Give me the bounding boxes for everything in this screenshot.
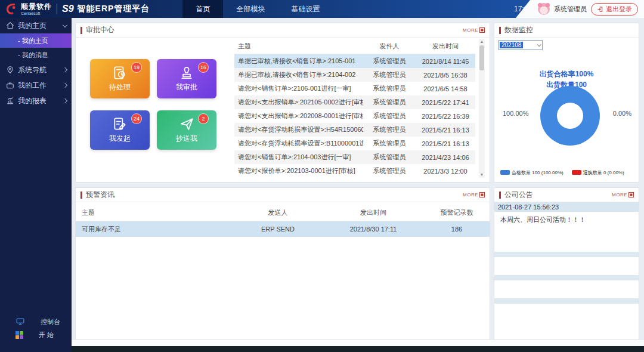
approval-more-button[interactable]: MORE xyxy=(463,27,485,33)
sidebar-item-system-nav[interactable]: 系统导航 xyxy=(0,62,72,78)
scroll-down-icon[interactable]: ▼ xyxy=(479,172,485,178)
table-row[interactable]: 请您对<销售订单>:2106-001进行[一审] 系统管理员 2021/6/5 … xyxy=(234,82,475,95)
table-row[interactable]: 单据已审核,请接收<销售订单>:2105-001 系统管理员 2021/8/14… xyxy=(234,54,475,68)
alerts-table: 主题 发送人 发出时间 预警记录数 可用库存不足 ERP SEND 2021/8… xyxy=(76,205,490,237)
donut-label-right: 0.00% xyxy=(613,110,631,117)
donut-chart: 100.00% 0.00% xyxy=(494,83,640,160)
tile-my-initiated[interactable]: 我发起 24 xyxy=(90,110,150,150)
swirl-logo-icon xyxy=(5,2,18,16)
scroll-up-icon[interactable]: ▲ xyxy=(479,39,485,45)
data-monitor-panel: 数据监控 202108 出货合格率100% 出货数量100 100.00% 0.… xyxy=(494,23,639,183)
pass-rate-text: 出货合格率100% xyxy=(494,69,639,79)
scrollbar[interactable]: ▲ ▼ xyxy=(479,39,485,178)
chevron-right-icon xyxy=(63,67,67,72)
tile-pending[interactable]: 待处理 19 xyxy=(90,59,150,98)
announcement-empty-item xyxy=(494,298,639,304)
tile-my-approvals[interactable]: 我审批 16 xyxy=(157,59,216,98)
badge-count: 24 xyxy=(132,114,141,123)
period-select[interactable]: 202108 xyxy=(499,40,543,50)
cell-time: 2021/6/5 14:58 xyxy=(416,85,475,92)
chevron-right-icon xyxy=(63,83,67,88)
logo-cn: 顺景软件 xyxy=(21,3,52,10)
sidebar-item-label: 我的主页 xyxy=(18,21,60,31)
period-select-value: 202108 xyxy=(500,42,523,48)
sidebar-subitem-label: 我的主页 xyxy=(18,37,48,44)
more-label: MORE xyxy=(612,192,627,197)
cell-time: 2021/5/21 16:13 xyxy=(416,140,475,147)
cell-record-count: 186 xyxy=(424,226,490,233)
cell-sender: 系统管理员 xyxy=(363,70,416,79)
alerts-more-button[interactable]: MORE xyxy=(463,192,485,197)
approval-table: 主题 发件人 发出时间 单据已审核,请接收<销售订单>:2105-001 系统管… xyxy=(234,39,475,178)
logout-label: 退出登录 xyxy=(606,5,632,14)
announcement-item[interactable]: 2021-08-27 15:56:23 本周六、周日公司活动！！！ xyxy=(494,202,639,230)
cell-subject: 单据已审核,请接收<销售订单>:2104-002 xyxy=(234,70,363,79)
cell-subject: 请您对<支出报销单>:202105-0002进行[审核] xyxy=(234,98,363,107)
scroll-thumb[interactable] xyxy=(479,45,484,70)
sidebar-item-label: 我的报表 xyxy=(18,96,60,106)
tile-cc-to-me[interactable]: 抄送我 2 xyxy=(157,110,216,150)
sidebar-item-my-reports[interactable]: 我的报表 xyxy=(0,93,72,109)
bottom-gap xyxy=(72,340,644,346)
sidebar-item-my-home[interactable]: 我的主页 xyxy=(0,18,72,33)
stamp-icon xyxy=(179,65,194,81)
table-row[interactable]: 请您对<支出报销单>:202008-0001进行[审核] 系统管理员 2021/… xyxy=(234,109,475,123)
table-row[interactable]: 请您对<销售订单>:2104-003进行[一审] 系统管理员 2021/4/23… xyxy=(234,150,475,164)
start-label: 开 始 xyxy=(39,331,54,339)
console-label: 控制台 xyxy=(41,317,60,326)
table-row[interactable]: 请您对<支出报销单>:202105-0002进行[审核] 系统管理员 2021/… xyxy=(234,95,475,109)
chevron-down-icon xyxy=(63,22,67,27)
avatar[interactable] xyxy=(538,3,550,15)
nav-tab-all-modules[interactable]: 全部模块 xyxy=(223,0,278,18)
announcements-more-button[interactable]: MORE xyxy=(612,192,634,197)
cell-sender: 系统管理员 xyxy=(363,112,416,121)
cell-subject: 请您对<报价单>:202103-0001进行[审核] xyxy=(234,166,363,175)
brand-logo: 顺景软件 Centersoft xyxy=(0,2,52,16)
sidebar-item-my-work[interactable]: 我的工作 xyxy=(0,78,72,93)
cell-subject: 单据已审核,请接收<销售订单>:2105-001 xyxy=(234,57,363,66)
announcements-panel: 公司公告 MORE 2021-08-27 15:56:23 本周六、周日公司活动… xyxy=(494,187,639,340)
nav-tab-home[interactable]: 首页 xyxy=(182,0,223,18)
approval-tiles: 待处理 19 我审批 16 我发起 24 xyxy=(90,59,216,150)
col-record-count: 预警记录数 xyxy=(424,208,490,217)
logout-button[interactable]: 退出登录 xyxy=(591,3,638,16)
s9-logo: S9 xyxy=(62,4,74,14)
table-row[interactable]: 可用库存不足 ERP SEND 2021/8/30 17:11 186 xyxy=(76,221,490,237)
more-icon xyxy=(479,27,485,33)
cell-time: 2021/5/22 16:39 xyxy=(416,113,475,120)
console-button[interactable]: 控制台 xyxy=(0,315,72,328)
start-button[interactable]: 开 始 xyxy=(0,328,72,341)
cell-subject: 请您对<存货浮动耗损率设置>:H54R15006002进行[审核] xyxy=(234,125,363,134)
table-row[interactable]: 单据已审核,请接收<销售订单>:2104-002 系统管理员 2021/8/5 … xyxy=(234,68,475,82)
cell-time: 2021/3/3 12:00 xyxy=(416,168,475,175)
badge-count: 2 xyxy=(199,114,208,123)
cell-subject: 请您对<存货浮动耗损率设置>:B11000001进行[审核] xyxy=(234,139,363,148)
chevron-down-icon xyxy=(537,42,541,47)
badge-count: 19 xyxy=(132,63,141,72)
start-icon xyxy=(16,331,23,339)
donut-ring[interactable] xyxy=(540,86,600,146)
col-sender: 发送人 xyxy=(233,208,323,217)
sidebar: 我的主页 我的主页 我的消息 系统导航 我的工作 我的报表 xyxy=(0,18,72,352)
table-row[interactable]: 请您对<报价单>:202103-0001进行[审核] 系统管理员 2021/3/… xyxy=(234,164,475,178)
more-icon xyxy=(628,192,634,197)
legend-swatch-blue xyxy=(500,170,510,175)
announcement-empty-item xyxy=(494,230,639,252)
col-subject: 主题 xyxy=(76,208,233,217)
alerts-panel-title: 预警资讯 xyxy=(86,190,463,200)
announcement-empty-item xyxy=(494,280,639,298)
cell-time: 2021/8/14 11:45 xyxy=(416,58,475,65)
approval-table-header: 主题 发件人 发出时间 xyxy=(234,39,475,54)
cell-sender: 系统管理员 xyxy=(363,166,416,175)
sidebar-subitem-my-messages[interactable]: 我的消息 xyxy=(0,48,72,62)
announcement-empty-item xyxy=(494,275,639,280)
cell-time: 2021/8/5 16:38 xyxy=(416,72,475,79)
sidebar-subitem-my-home[interactable]: 我的主页 xyxy=(0,33,72,48)
col-time: 发出时间 xyxy=(323,208,424,217)
table-row[interactable]: 请您对<存货浮动耗损率设置>:H54R15006002进行[审核] 系统管理员 … xyxy=(234,123,475,137)
monitor-panel-title: 数据监控 xyxy=(504,25,634,35)
nav-tab-base-settings[interactable]: 基础设置 xyxy=(278,0,333,18)
top-header: 顺景软件 Centersoft S9 智能ERP管理平台 首页 全部模块 基础设… xyxy=(0,0,644,18)
table-row[interactable]: 请您对<存货浮动耗损率设置>:B11000001进行[审核] 系统管理员 202… xyxy=(234,137,475,150)
legend-swatch-red xyxy=(572,170,581,175)
